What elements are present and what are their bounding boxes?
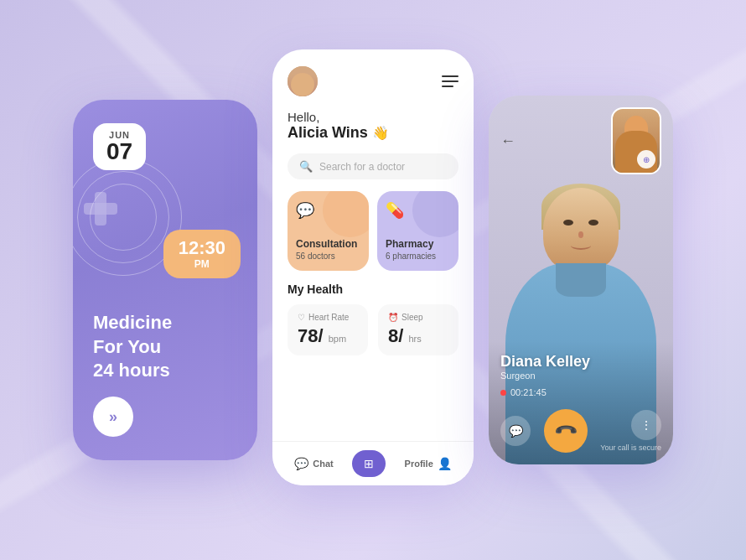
date-badge: JUN 07 [93,123,146,170]
consultation-card[interactable]: 💬 Consultation 56 doctors [288,191,369,271]
chat-label: Chat [313,459,333,469]
search-bar[interactable]: 🔍 Search for a doctor [288,153,458,179]
sleep-value: 8/ hrs [388,325,448,347]
call-controls: 💬 📞 ⋮ Your call is secure [500,409,661,453]
phone-video-call: ← ⊕ Diana Kelley Surgeon 00:21:45 💬 📞 ⋮ … [489,96,673,464]
nose [578,231,583,238]
call-top-bar: ← ⊕ [500,107,661,174]
more-options-button[interactable]: ⋮ [631,410,661,440]
sleep-label: ⏰ Sleep [388,313,448,322]
hamburger-line-3 [442,86,453,87]
greeting-name: Alicia Wins 👋 [288,124,458,142]
time-display: 12:30 [179,238,225,258]
profile-label: Profile [405,459,433,469]
greeting-hello: Hello, [288,110,458,124]
hamburger-menu[interactable] [442,75,458,87]
medical-cross [80,188,122,233]
arrow-button[interactable]: » [93,397,133,437]
time-badge: 12:30 PM [163,230,241,278]
profile-icon: 👤 [438,457,452,470]
phone1-bottom: Medicine For You 24 hours » [93,311,237,437]
nav-profile[interactable]: Profile 👤 [393,450,464,477]
person-head [543,188,619,272]
top-bar [288,66,458,96]
live-dot [500,390,506,396]
svg-rect-0 [95,192,106,226]
nav-grid-active[interactable]: ⊞ [352,450,386,477]
health-row: ♡ Heart Rate 78/ bpm ⏰ Sleep 8/ hrs [288,304,458,355]
pharmacy-sub: 6 pharmacies [386,251,450,261]
heart-label: ♡ Heart Rate [298,313,358,322]
sleep-card: ⏰ Sleep 8/ hrs [378,304,458,355]
eyes [563,220,598,226]
mini-preview: ⊕ [611,107,661,174]
hamburger-line-2 [442,80,458,82]
nav-chat[interactable]: 💬 Chat [282,450,345,477]
consultation-icon: 💬 [296,201,360,220]
pharmacy-card[interactable]: 💊 Pharmacy 6 pharmacies [377,191,458,271]
search-icon: 🔍 [299,160,313,173]
greeting: Hello, Alicia Wins 👋 [288,110,458,142]
secure-label: Your call is secure [600,443,661,452]
date-day: 07 [106,140,132,163]
svg-rect-1 [84,203,117,215]
chat-icon: 💬 [294,457,308,470]
avatar[interactable] [288,66,318,96]
heart-icon: ♡ [298,313,305,322]
hamburger-line-1 [442,75,458,77]
right-eye [588,220,598,226]
avatar-face [288,66,318,96]
circle-ring-3 [90,184,157,251]
search-placeholder: Search for a doctor [319,161,405,173]
doctor-title: Surgeon [500,371,661,381]
tagline: Medicine For You 24 hours [93,311,237,383]
phone-medicine: JUN 07 12:30 PM Medicine For You 24 hour… [73,100,257,460]
heart-value: 78/ bpm [298,325,358,347]
phone2-inner: Hello, Alicia Wins 👋 🔍 Search for a doct… [272,49,474,441]
avatar-head [291,73,314,96]
consultation-label: Consultation [296,238,360,250]
ampm-display: PM [179,258,225,270]
bottom-nav: 💬 Chat ⊞ Profile 👤 [272,441,474,485]
back-button[interactable]: ← [500,132,515,150]
collar [556,263,606,297]
call-bottom: Diana Kelley Surgeon 00:21:45 💬 📞 ⋮ Your… [489,341,673,464]
consultation-sub: 56 doctors [296,251,360,261]
sleep-icon: ⏰ [388,313,398,322]
left-eye [563,220,573,226]
circle-ring-2 [77,171,169,263]
service-cards: 💬 Consultation 56 doctors 💊 Pharmacy 6 p… [288,191,458,271]
phone-main: Hello, Alicia Wins 👋 🔍 Search for a doct… [272,49,474,485]
chat-ctrl-button[interactable]: 💬 [500,416,531,446]
doctor-name: Diana Kelley [500,353,661,371]
call-timer: 00:21:45 [510,387,547,397]
heart-rate-card: ♡ Heart Rate 78/ bpm [288,304,368,355]
call-timer-row: 00:21:45 [500,387,661,397]
end-call-button[interactable]: 📞 [535,400,597,462]
focus-icon[interactable]: ⊕ [637,150,655,169]
grid-icon: ⊞ [364,457,374,470]
pharmacy-icon: 💊 [386,201,450,220]
right-controls: ⋮ Your call is secure [600,410,661,452]
smile [571,241,591,250]
health-title: My Health [288,283,458,296]
pharmacy-label: Pharmacy [386,238,450,250]
